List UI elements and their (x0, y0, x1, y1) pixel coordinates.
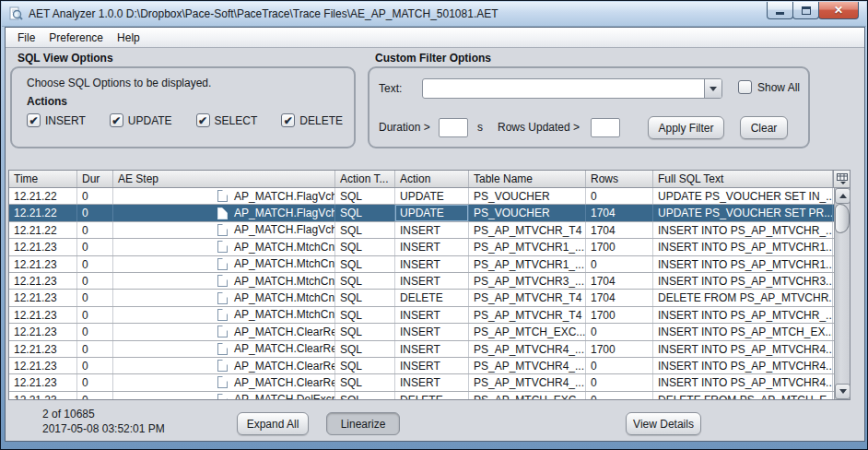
cell-action: INSERT (395, 239, 469, 255)
custom-filter-options-title: Custom Filter Options (375, 52, 810, 66)
cell-action: INSERT (395, 307, 469, 323)
cell-rows: 1704 (586, 290, 653, 305)
document-icon (217, 241, 228, 253)
checkbox-delete[interactable]: ✔ (281, 113, 295, 127)
duration-label: Duration > (379, 121, 430, 134)
document-icon (217, 394, 228, 399)
cell-action-type: SQL (335, 392, 395, 399)
text-filter-combobox[interactable] (422, 78, 722, 99)
clear-filter-button[interactable]: Clear (740, 116, 788, 139)
column-header-dur[interactable]: Dur (77, 171, 113, 187)
cell-ae-step: AP_MATCH.ClearRec.Step03 (113, 358, 335, 373)
cell-full-sql: UPDATE PS_VOUCHER SET IN_... (653, 188, 833, 204)
view-details-button[interactable]: View Details (626, 412, 701, 435)
checkbox-select[interactable]: ✔ (196, 113, 210, 127)
scroll-up-button[interactable] (835, 188, 850, 204)
checkbox-update[interactable]: ✔ (110, 113, 123, 127)
triangle-down-icon (839, 389, 847, 394)
cell-time: 12.21.23 (9, 273, 77, 289)
scroll-down-button[interactable] (835, 384, 850, 399)
column-header-time[interactable]: Time (9, 171, 77, 187)
duration-input[interactable] (439, 118, 468, 137)
document-icon (217, 292, 228, 304)
ae-step-text: AP_MATCH.MtchCntr.Step01 (234, 241, 335, 254)
table-row[interactable]: 12.21.230AP_MATCH.ClearRec.Step01ASQLINS… (9, 324, 850, 340)
scrollbar-thumb[interactable] (835, 204, 850, 233)
sql-trace-table: TimeDurAE StepAction T...ActionTable Nam… (8, 170, 850, 400)
cell-time: 12.21.23 (9, 239, 77, 255)
rows-updated-label: Rows Updated > (498, 121, 580, 134)
cell-full-sql: INSERT INTO PS_AP_MTVCHR4... (653, 341, 833, 357)
cell-time: 12.21.23 (9, 290, 77, 305)
table-row[interactable]: 12.21.230AP_MATCH.MtchCntr.Step01SQLINSE… (9, 239, 850, 255)
ae-step-text: AP_MATCH.MtchCntr.Step02 (234, 257, 335, 270)
cell-ae-step: AP_MATCH.FlagVchr.Step06 (113, 222, 335, 238)
cell-action: DELETE (395, 290, 469, 305)
table-row[interactable]: 12.21.230AP_MATCH.MtchCntr.Step04SQLDELE… (9, 290, 850, 306)
ae-step-text: AP_MATCH.MtchCntr.Step04 (234, 291, 335, 304)
table-row[interactable]: 12.21.230AP_MATCH.MtchCntr.Step05SQLINSE… (9, 307, 850, 324)
menu-item-file[interactable]: File (18, 31, 35, 44)
column-selector-button[interactable] (833, 171, 850, 187)
ae-step-text: AP_MATCH.ClearRec.Step01A (234, 326, 335, 338)
text-filter-input[interactable] (423, 79, 704, 98)
table-header: TimeDurAE StepAction T...ActionTable Nam… (9, 171, 850, 188)
maximize-icon (802, 6, 811, 15)
table-row[interactable]: 12.21.230AP_MATCH.MtchCntr.Step02SQLINSE… (9, 256, 850, 273)
cell-rows: 1700 (586, 239, 653, 255)
cell-full-sql: DELETE FROM PS_AP_MTCH_E... (653, 392, 833, 399)
document-icon (217, 343, 228, 355)
cell-ae-step: AP_MATCH.MtchCntr.Step03 (113, 273, 335, 289)
cell-time: 12.21.22 (9, 205, 77, 220)
rows-updated-input[interactable] (591, 118, 620, 137)
table-row[interactable]: 12.21.230AP_MATCH.ClearRec.Step01SQLINSE… (9, 341, 850, 358)
table-row[interactable]: 12.21.230AP_MATCH.MtchCntr.Step03SQLINSE… (9, 273, 850, 290)
cell-action-type: SQL (335, 324, 395, 339)
column-header-rows[interactable]: Rows (586, 171, 653, 187)
actions-label: Actions (27, 95, 67, 108)
close-button[interactable]: ✕ (818, 2, 859, 19)
table-row[interactable]: 12.21.230AP_MATCH.DelExcp.Step01SQLDELET… (9, 392, 850, 399)
cell-table-name: PS_AP_MTCH_EXC... (469, 324, 586, 339)
linearize-button[interactable]: Linearize (326, 412, 400, 435)
cell-ae-step: AP_MATCH.FlagVchr.Step02 (113, 205, 335, 220)
vertical-scrollbar[interactable] (834, 188, 850, 399)
cell-rows: 0 (586, 392, 653, 399)
minimize-button[interactable] (767, 2, 793, 19)
column-header-table-name[interactable]: Table Name (469, 171, 586, 187)
cell-action-type: SQL (335, 188, 395, 204)
maximize-button[interactable] (792, 2, 819, 19)
table-row[interactable]: 12.21.230AP_MATCH.ClearRec.Step04SQLINSE… (9, 374, 850, 391)
cell-action: DELETE (395, 392, 469, 399)
checkbox-insert[interactable]: ✔ (27, 113, 41, 127)
cell-action: INSERT (395, 341, 469, 357)
column-header-full-sql-text[interactable]: Full SQL Text (653, 171, 833, 187)
show-all-checkbox[interactable] (738, 80, 752, 94)
cell-dur: 0 (77, 239, 113, 255)
table-row[interactable]: 12.21.220AP_MATCH.FlagVchr.Step05SQLUPDA… (9, 188, 850, 205)
table-row[interactable]: 12.21.230AP_MATCH.ClearRec.Step03SQLINSE… (9, 358, 850, 374)
table-row[interactable]: 12.21.220AP_MATCH.FlagVchr.Step06SQLINSE… (9, 222, 850, 239)
window-title: AET Analyzer 1.0.0 D:\Dropbox\Pace-Soft\… (29, 7, 499, 20)
apply-filter-button[interactable]: Apply Filter (648, 116, 724, 139)
cell-action: UPDATE (395, 205, 469, 220)
minimize-icon (776, 12, 784, 15)
expand-all-button[interactable]: Expand All (237, 412, 309, 435)
column-header-action[interactable]: Action (395, 171, 469, 187)
action-option-select: ✔SELECT (196, 113, 258, 127)
menu-item-help[interactable]: Help (117, 31, 140, 44)
titlebar[interactable]: AET Analyzer 1.0.0 D:\Dropbox\Pace-Soft\… (2, 2, 866, 27)
table-columns-icon (837, 173, 848, 184)
cell-ae-step: AP_MATCH.MtchCntr.Step01 (113, 239, 335, 255)
show-all-label: Show All (757, 81, 800, 94)
cell-dur: 0 (77, 222, 113, 238)
text-filter-dropdown-button[interactable] (704, 79, 721, 98)
column-header-action-t[interactable]: Action T... (335, 171, 395, 187)
menu-item-preference[interactable]: Preference (49, 31, 103, 44)
window-controls: ✕ (768, 2, 859, 19)
ae-step-text: AP_MATCH.FlagVchr.Step06 (234, 223, 335, 236)
table-row[interactable]: 12.21.220AP_MATCH.FlagVchr.Step02SQLUPDA… (9, 205, 850, 221)
sql-view-options-panel: SQL View Options Choose SQL Options to b… (10, 52, 356, 148)
column-header-ae-step[interactable]: AE Step (113, 171, 335, 187)
cell-time: 12.21.23 (9, 392, 77, 399)
